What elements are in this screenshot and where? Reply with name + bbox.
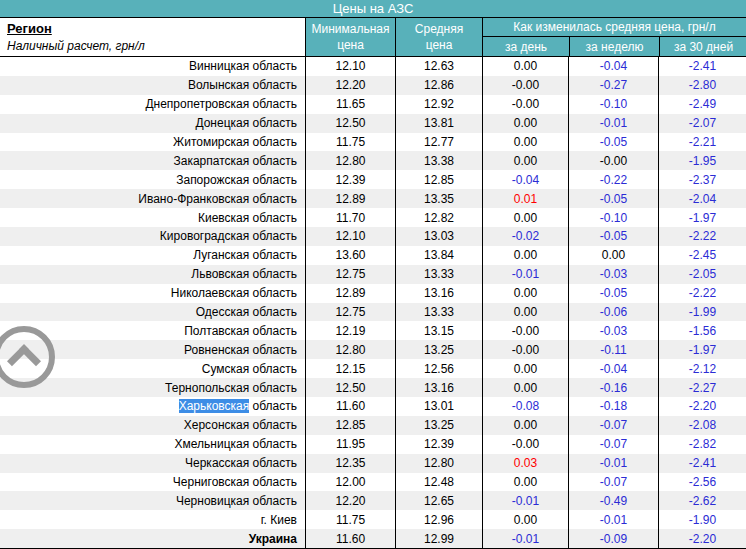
avg-price-cell: 12.48 [395,473,482,492]
region-sort-link[interactable]: Регион [7,21,52,36]
column-group-price-change: Как изменилась средняя цена, грн/л за де… [482,18,746,56]
min-price-cell: 12.00 [305,473,395,492]
min-price-cell: 12.75 [305,265,395,284]
change-30days-cell: -2.22 [658,284,746,303]
avg-price-cell: 13.25 [395,340,482,359]
region-cell: Закарпатская область [0,151,305,170]
min-price-cell: 11.70 [305,208,395,227]
region-cell: г. Киев [0,510,305,529]
min-price-cell: 12.10 [305,227,395,246]
min-price-cell: 13.60 [305,246,395,265]
table-row: Донецкая область12.5013.810.00-0.01-2.07 [0,114,746,133]
change-week-cell: -0.10 [568,95,658,114]
change-30days-cell: -2.80 [658,76,746,95]
change-30days-cell: -2.45 [658,246,746,265]
change-30days-cell: -1.95 [658,151,746,170]
min-price-cell: 12.80 [305,151,395,170]
avg-price-cell: 13.15 [395,321,482,340]
region-cell: Львовская область [0,265,305,284]
change-day-cell: 0.00 [482,378,568,397]
avg-price-cell: 13.01 [395,397,482,416]
change-day-cell: -0.04 [482,170,568,189]
change-day-cell: 0.00 [482,473,568,492]
change-day-cell: 0.00 [482,57,568,76]
min-price-cell: 12.10 [305,57,395,76]
change-30days-cell: -2.27 [658,378,746,397]
table-row: Житомирская область11.7512.770.00-0.05-2… [0,133,746,152]
table-body: Винницкая область12.1012.630.00-0.04-2.4… [0,57,746,549]
change-30days-cell: -2.08 [658,416,746,435]
change-day-cell: 0.00 [482,510,568,529]
change-30days-cell: -2.05 [658,265,746,284]
avg-price-cell: 13.33 [395,303,482,322]
table-row: Херсонская область12.8513.250.00-0.07-2.… [0,416,746,435]
change-week-cell: -0.11 [568,340,658,359]
change-week-cell: -0.05 [568,133,658,152]
change-week-cell: -0.05 [568,189,658,208]
change-30days-cell: -2.12 [658,359,746,378]
region-cell: Житомирская область [0,133,305,152]
change-day-cell: 0.01 [482,189,568,208]
change-30days-cell: -2.21 [658,133,746,152]
avg-price-cell: 12.96 [395,510,482,529]
avg-price-cell: 13.16 [395,378,482,397]
min-price-cell: 12.50 [305,378,395,397]
change-week-cell: -0.05 [568,227,658,246]
region-cell: Кировоградская область [0,227,305,246]
avg-price-cell: 12.56 [395,359,482,378]
table-row: Днепропетровская область11.6512.92-0.00-… [0,95,746,114]
avg-price-cell: 12.92 [395,95,482,114]
change-day-cell: 0.00 [482,416,568,435]
change-week-cell: -0.03 [568,265,658,284]
change-day-cell: -0.00 [482,340,568,359]
table-row: Украина11.6012.99-0.01-0.09-2.20 [0,529,746,548]
fuel-prices-page: Цены на АЗС Регион Наличный расчет, грн/… [0,0,746,549]
change-week-cell: -0.05 [568,284,658,303]
region-cell: Одесская область [0,303,305,322]
min-price-cell: 11.75 [305,510,395,529]
change-30days-cell: -2.22 [658,227,746,246]
avg-price-cell: 13.25 [395,416,482,435]
min-price-cell: 11.60 [305,529,395,548]
min-price-cell: 11.65 [305,95,395,114]
region-cell: Днепропетровская область [0,95,305,114]
min-price-cell: 12.20 [305,491,395,510]
min-price-cell: 12.39 [305,170,395,189]
region-cell: Донецкая область [0,114,305,133]
change-week-cell: -0.07 [568,416,658,435]
change-day-cell: -0.01 [482,491,568,510]
avg-price-cell: 12.39 [395,435,482,454]
min-price-cell: 12.85 [305,416,395,435]
change-week-cell: -0.04 [568,359,658,378]
avg-price-cell: 12.80 [395,454,482,473]
change-day-cell: 0.00 [482,246,568,265]
change-week-cell: -0.27 [568,76,658,95]
change-30days-cell: -2.56 [658,473,746,492]
min-price-cell: 12.15 [305,359,395,378]
avg-price-cell: 12.86 [395,76,482,95]
table-row: Харьковская область11.6013.01-0.08-0.18-… [0,397,746,416]
change-week-cell: -0.16 [568,378,658,397]
region-cell: Волынская область [0,76,305,95]
change-30days-cell: -2.20 [658,529,746,548]
table-row: Винницкая область12.1012.630.00-0.04-2.4… [0,57,746,76]
change-day-cell: 0.00 [482,114,568,133]
change-week-cell: -0.10 [568,208,658,227]
change-day-cell: -0.00 [482,95,568,114]
min-price-cell: 11.95 [305,435,395,454]
region-header-cell: Регион Наличный расчет, грн/л [0,18,305,56]
change-week-cell: -0.07 [568,473,658,492]
change-30days-cell: -2.41 [658,454,746,473]
change-day-cell: 0.00 [482,133,568,152]
avg-price-cell: 12.99 [395,529,482,548]
change-week-cell: -0.00 [568,151,658,170]
avg-price-cell: 12.65 [395,491,482,510]
change-day-cell: 0.00 [482,208,568,227]
change-day-cell: -0.02 [482,227,568,246]
change-30days-cell: -2.41 [658,57,746,76]
change-week-cell: -0.49 [568,491,658,510]
avg-price-cell: 13.38 [395,151,482,170]
price-change-group-label: Как изменилась средняя цена, грн/л [483,18,746,37]
chevron-up-icon [7,344,41,378]
table-row: г. Киев11.7512.960.00-0.01-1.90 [0,510,746,529]
